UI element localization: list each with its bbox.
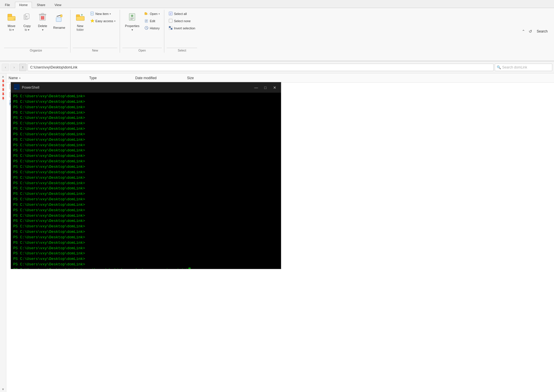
ps-line: PS C:\Users\vxy\Desktop\domLink>	[13, 262, 279, 267]
ribbon-group-organize: → Move to ▾ ⊏ Copy to ▾	[2, 10, 71, 53]
invert-selection-label: Invert selection	[174, 26, 195, 30]
easy-access-button[interactable]: Easy access ▾	[88, 18, 118, 24]
svg-rect-37	[169, 19, 172, 22]
select-none-button[interactable]: Select none	[167, 18, 197, 24]
ps-line: PS C:\Users\vxy\Desktop\domLink>	[13, 235, 279, 240]
svg-text:+: +	[91, 12, 93, 15]
ps-line: PS C:\Users\vxy\Desktop\domLink>	[13, 170, 279, 175]
header-name[interactable]: Name ▲	[9, 76, 89, 80]
properties-sublabel: ▾	[132, 28, 133, 31]
pin-1[interactable]: 📌	[1, 79, 5, 83]
tab-share[interactable]: Share	[33, 2, 50, 8]
pin-2[interactable]: 📌	[1, 83, 5, 88]
new-group-label: New	[73, 48, 118, 53]
ps-line: PS C:\Users\vxy\Desktop\domLink>	[13, 137, 279, 143]
refresh-button[interactable]: ↺	[528, 28, 533, 34]
select-all-button[interactable]: ✓ Select all	[167, 10, 197, 17]
header-date[interactable]: Date modified	[135, 76, 187, 80]
pin-4[interactable]: 📌	[1, 92, 5, 96]
new-item-icon: +	[90, 12, 94, 16]
ps-line: PS C:\Users\vxy\Desktop\domLink>	[13, 126, 279, 132]
copy-to-button[interactable]: ⊏ Copy to ▾	[20, 10, 35, 33]
file-list-panel: Name ▲ Type Date modified Size .gitignor…	[6, 73, 554, 392]
delete-button[interactable]: Delete ▾	[35, 10, 50, 33]
rename-icon	[55, 14, 63, 25]
pin-5[interactable]: 📌	[1, 96, 5, 101]
open-label: Open	[150, 12, 157, 16]
svg-point-22	[131, 15, 133, 17]
ps-line: PS C:\Users\vxy\Desktop\domLink>	[13, 148, 279, 153]
select-none-label: Select none	[174, 19, 191, 23]
ps-line: PS C:\Users\vxy\Desktop\domLink>	[13, 229, 279, 235]
ps-content[interactable]: PS C:\Users\vxy\Desktop\domLink>PS C:\Us…	[11, 93, 281, 269]
ps-title: PowerShell	[22, 85, 250, 90]
properties-label: Properties	[125, 24, 139, 28]
svg-text:+: +	[81, 13, 83, 17]
ps-maximize-button[interactable]: □	[262, 85, 269, 90]
delete-label: Delete	[38, 24, 47, 28]
ps-close-button[interactable]: ✕	[271, 85, 278, 90]
ps-line: PS C:\Users\vxy\Desktop\domLink>	[13, 191, 279, 197]
ps-line: PS C:\Users\vxy\Desktop\domLink>	[13, 94, 279, 99]
select-small-buttons: ✓ Select all Select none	[167, 10, 197, 32]
forward-button[interactable]: ›	[10, 64, 18, 71]
edit-button[interactable]: Edit	[142, 18, 162, 24]
ps-line: PS C:\Users\vxy\Desktop\domLink>	[13, 121, 279, 126]
up-button[interactable]: ↑	[19, 64, 26, 71]
header-size[interactable]: Size	[187, 76, 222, 80]
copy-to-icon: ⊏	[22, 12, 32, 24]
svg-rect-38	[169, 26, 171, 28]
ps-line: PS C:\Users\vxy\Desktop\domLink>	[13, 186, 279, 191]
ps-line: PS C:\Users\vxy\Desktop\domLink>	[13, 110, 279, 116]
history-icon	[144, 26, 149, 31]
ps-line: PS C:\Users\vxy\Desktop\domLink>	[13, 181, 279, 186]
address-bar[interactable]: C:\Users\vxy\Desktop\domLink	[28, 64, 494, 71]
ribbon-tabs: File Home Share View	[0, 0, 554, 8]
scroll-up-control[interactable]: ▲	[1, 74, 5, 79]
pin-3[interactable]: 📌	[1, 87, 5, 92]
svg-rect-41	[169, 28, 171, 30]
copy-to-sublabel: to ▾	[25, 28, 29, 31]
svg-rect-12	[56, 18, 61, 22]
ribbon-main: → Move to ▾ ⊏ Copy to ▾	[0, 8, 554, 53]
file-list-header: Name ▲ Type Date modified Size	[6, 73, 554, 83]
new-folder-icon: +	[76, 12, 85, 24]
search-box[interactable]: 🔍 Search domLink	[495, 64, 552, 71]
new-item-arrow: ▾	[110, 13, 111, 15]
organize-buttons: → Move to ▾ ⊏ Copy to ▾	[4, 10, 68, 47]
ps-line: PS C:\Users\vxy\Desktop\domLink>	[13, 99, 279, 105]
new-item-button[interactable]: + New item ▾	[88, 10, 118, 17]
ps-line: PS C:\Users\vxy\Desktop\domLink>	[13, 153, 279, 159]
search-label[interactable]: Search	[534, 29, 550, 34]
history-button[interactable]: History	[142, 25, 162, 32]
header-type[interactable]: Type	[89, 76, 135, 80]
open-buttons: Properties ▾ → Open ▾	[122, 10, 162, 47]
rename-button[interactable]: Rename	[51, 10, 68, 33]
ps-minimize-button[interactable]: —	[253, 85, 260, 90]
invert-selection-button[interactable]: Invert selection	[167, 25, 197, 32]
move-to-button[interactable]: → Move to ▾	[4, 10, 19, 33]
open-button[interactable]: → Open ▾	[142, 10, 162, 17]
new-folder-button[interactable]: + New folder	[73, 10, 88, 33]
properties-button[interactable]: Properties ▾	[122, 10, 142, 33]
ps-icon: _	[14, 84, 20, 91]
ps-line: PS C:\Users\vxy\Desktop\domLink>	[13, 132, 279, 137]
back-button[interactable]: ‹	[2, 64, 9, 71]
organize-group-label: Organize	[4, 48, 68, 53]
ps-line: PS C:\Users\vxy\Desktop\domLink>	[13, 143, 279, 148]
tab-home[interactable]: Home	[15, 2, 32, 8]
tab-file[interactable]: File	[1, 2, 14, 8]
ps-line: PS C:\Users\vxy\Desktop\domLink>	[13, 246, 279, 251]
ps-line: PS C:\Users\vxy\Desktop\domLink>	[13, 159, 279, 164]
svg-marker-20	[90, 19, 94, 22]
tab-view[interactable]: View	[50, 2, 66, 8]
svg-line-34	[146, 28, 147, 28]
svg-rect-8	[41, 13, 44, 14]
move-to-sublabel: to ▾	[9, 28, 14, 31]
scroll-down-control[interactable]: ▼	[1, 387, 5, 391]
select-buttons: ✓ Select all Select none	[167, 10, 197, 47]
nav-up-button[interactable]: ⌃	[521, 28, 526, 34]
select-none-icon	[169, 19, 173, 24]
select-all-label: Select all	[174, 12, 187, 16]
easy-access-icon	[90, 19, 94, 24]
